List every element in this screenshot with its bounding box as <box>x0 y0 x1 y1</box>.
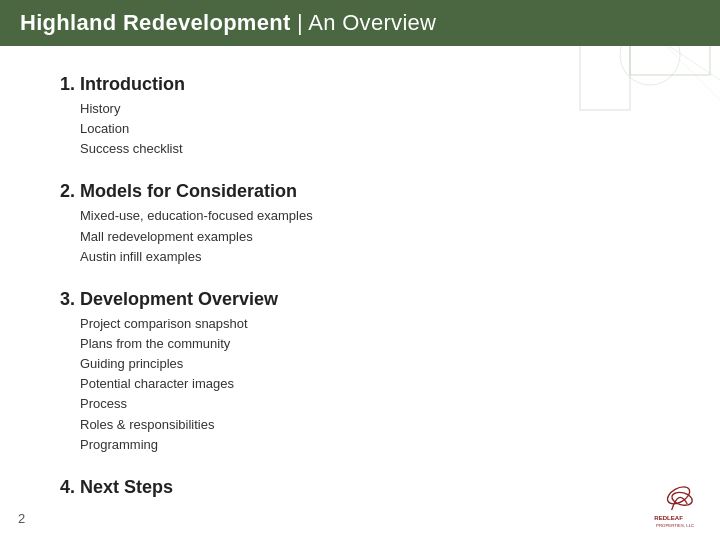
section-3-title: 3. Development Overview <box>60 289 660 310</box>
section-1-items: History Location Success checklist <box>60 99 660 159</box>
section-1-title: 1. Introduction <box>60 74 660 95</box>
header: Highland Redevelopment | An Overview <box>0 0 720 46</box>
list-item: Success checklist <box>80 139 660 159</box>
section-3-items: Project comparison snapshot Plans from t… <box>60 314 660 455</box>
svg-text:REDLEAF: REDLEAF <box>654 515 683 521</box>
page-number: 2 <box>18 511 25 526</box>
list-item: Project comparison snapshot <box>80 314 660 334</box>
list-item: Programming <box>80 435 660 455</box>
section-2-items: Mixed-use, education-focused examples Ma… <box>60 206 660 266</box>
list-item: Austin infill examples <box>80 247 660 267</box>
svg-text:PROPERTIES, LLC: PROPERTIES, LLC <box>656 523 694 528</box>
list-item: Plans from the community <box>80 334 660 354</box>
list-item: History <box>80 99 660 119</box>
section-2: 2. Models for Consideration Mixed-use, e… <box>60 181 660 266</box>
list-item: Roles & responsibilities <box>80 415 660 435</box>
section-3: 3. Development Overview Project comparis… <box>60 289 660 455</box>
list-item: Mall redevelopment examples <box>80 227 660 247</box>
redleaf-logo: REDLEAF PROPERTIES, LLC <box>650 478 702 530</box>
main-content: 1. Introduction History Location Success… <box>0 46 720 540</box>
section-4: 4. Next Steps <box>60 477 660 498</box>
logo-area: REDLEAF PROPERTIES, LLC <box>650 478 702 530</box>
list-item: Potential character images <box>80 374 660 394</box>
section-4-title: 4. Next Steps <box>60 477 660 498</box>
section-1: 1. Introduction History Location Success… <box>60 74 660 159</box>
list-item: Process <box>80 394 660 414</box>
header-title: Highland Redevelopment | An Overview <box>20 10 436 36</box>
list-item: Mixed-use, education-focused examples <box>80 206 660 226</box>
list-item: Location <box>80 119 660 139</box>
section-2-title: 2. Models for Consideration <box>60 181 660 202</box>
list-item: Guiding principles <box>80 354 660 374</box>
